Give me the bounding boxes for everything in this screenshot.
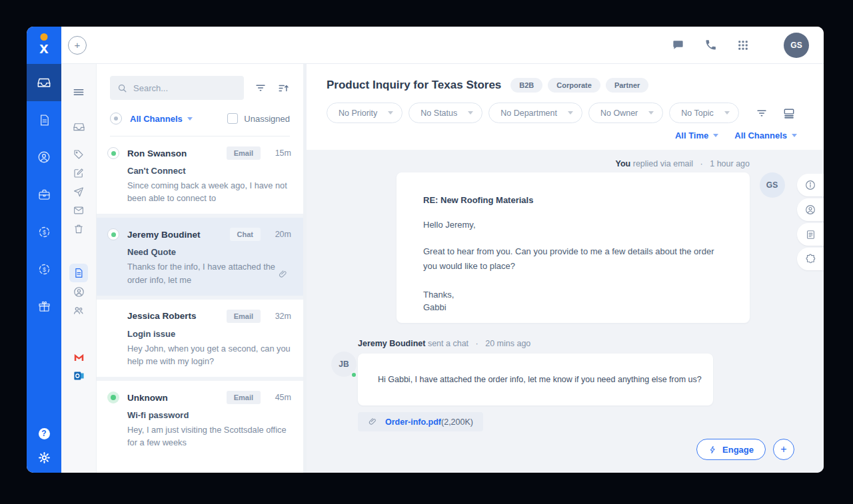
contact-tab[interactable] <box>797 198 824 221</box>
document-icon <box>73 267 85 279</box>
details-tab[interactable] <box>797 174 824 196</box>
thread-header: Product Inquiry for Texas Stores B2B Cor… <box>307 64 824 150</box>
channel-badge: Chat <box>230 228 261 241</box>
rail-item-compose[interactable] <box>69 164 88 182</box>
phone-icon[interactable] <box>704 39 717 51</box>
search-box[interactable] <box>110 76 244 100</box>
caret-down-icon <box>724 111 730 115</box>
gear-icon <box>38 451 51 464</box>
rail-item-inbox[interactable] <box>69 117 88 136</box>
notes-tab[interactable] <box>797 223 824 246</box>
list-channel-filter-dropdown[interactable]: All Channels <box>130 114 193 124</box>
time-filter-dropdown[interactable]: All Time <box>675 130 718 140</box>
caret-down-icon <box>648 111 654 115</box>
team-icon <box>72 304 85 317</box>
thread-channel-filter-dropdown[interactable]: All Channels <box>734 130 797 140</box>
inbox-tray-icon <box>37 75 51 90</box>
conversation-subject: Login issue <box>127 329 291 339</box>
conversation-row-jessica-roberts[interactable]: Jessica Roberts Email 32m Login issue He… <box>97 300 303 377</box>
unassigned-checkbox[interactable] <box>227 113 238 124</box>
topic-tag[interactable]: B2B <box>510 78 542 93</box>
hamburger-menu-icon <box>72 85 85 99</box>
nextiva-logo[interactable]: x <box>27 27 61 64</box>
contact-icon <box>37 150 51 164</box>
filter-funnel-icon[interactable] <box>756 107 768 119</box>
email-body: Great to hear from you. Can you provide … <box>423 244 723 274</box>
sort-ascending-icon[interactable] <box>277 82 290 95</box>
sidebar-item-rewards[interactable] <box>27 288 61 325</box>
layout-panel-icon[interactable] <box>782 107 796 120</box>
paperclip-icon <box>368 417 378 427</box>
owner-dropdown[interactable]: No Owner <box>588 103 663 123</box>
topic-dropdown[interactable]: No Topic <box>669 103 738 123</box>
dot-separator: · <box>700 159 703 168</box>
document-icon <box>37 113 51 127</box>
sidebar-item-sales[interactable]: $ <box>27 213 61 250</box>
rail-item-outlook[interactable] <box>69 366 88 385</box>
priority-dropdown[interactable]: No Priority <box>327 103 403 123</box>
conversation-time: 20m <box>269 230 291 239</box>
puzzle-icon <box>804 253 816 265</box>
rail-item-contacts[interactable] <box>69 282 88 301</box>
email-card: RE: New Roofing Materials Hello Jeremy, … <box>397 172 750 323</box>
lightning-icon <box>708 445 717 455</box>
message-thread: You replied via email · 1 hour ago RE: N… <box>307 150 824 473</box>
user-avatar[interactable]: GS <box>784 33 809 58</box>
search-input[interactable] <box>133 83 237 93</box>
collapse-menu-button[interactable] <box>69 83 88 101</box>
attachment-filename[interactable]: Order-info.pdf <box>385 417 441 427</box>
department-dropdown[interactable]: No Department <box>488 103 582 123</box>
tag-icon <box>73 148 85 160</box>
status-dropdown[interactable]: No Status <box>409 103 482 123</box>
caret-down-icon <box>792 134 797 137</box>
context-tool-rail <box>797 174 824 270</box>
engage-button[interactable]: Engage <box>696 439 766 460</box>
rail-item-teams[interactable] <box>69 301 88 320</box>
channel-status-indicator[interactable] <box>110 113 122 125</box>
message-meta: Jeremy Boudinet sent a chat · 20 mins ag… <box>358 338 713 350</box>
rail-item-email[interactable] <box>69 201 88 220</box>
new-conversation-button[interactable]: + <box>68 36 87 55</box>
conversation-time: 15m <box>269 148 291 158</box>
apps-tab[interactable] <box>797 248 824 270</box>
rail-item-gmail[interactable] <box>69 348 88 366</box>
settings-button[interactable] <box>27 449 61 466</box>
filter-funnel-icon[interactable] <box>255 82 267 94</box>
briefcase-icon <box>37 188 51 202</box>
currency-sync-icon: $ <box>37 225 51 239</box>
rail-item-trash[interactable] <box>69 220 88 238</box>
envelope-icon <box>73 204 85 216</box>
conversation-name: Unknown <box>127 393 227 403</box>
conversation-preview: Since coming back a week ago, I have not… <box>127 179 291 204</box>
chat-bubble-icon[interactable] <box>672 39 684 51</box>
gmail-icon <box>73 351 85 364</box>
desktop-background: x <box>0 0 853 504</box>
logo-x-icon: x <box>39 39 48 57</box>
add-action-button[interactable]: + <box>773 439 794 460</box>
conversation-row-ron-swanson[interactable]: Ron Swanson Email 15m Can't Connect Sinc… <box>97 136 303 214</box>
paperclip-icon <box>278 269 289 280</box>
sidebar-item-documents[interactable] <box>27 101 61 138</box>
attachment-size: (2,200K) <box>441 417 473 427</box>
rail-item-tags[interactable] <box>69 145 88 164</box>
sidebar-item-inbox[interactable] <box>27 64 61 101</box>
sidebar-item-billing[interactable]: $ <box>27 250 61 288</box>
rail-item-sent[interactable] <box>69 182 88 201</box>
sidebar-item-workspace[interactable] <box>27 176 61 213</box>
conversation-row-jeremy-boudinet[interactable]: Jeremy Boudinet Chat 20m Need Quote Than… <box>97 218 303 295</box>
topic-tag[interactable]: Corporate <box>548 78 600 93</box>
topbar: + GS <box>61 27 824 64</box>
email-subject: RE: New Roofing Materials <box>423 195 723 205</box>
topic-tag[interactable]: Partner <box>606 78 649 93</box>
rail-item-conversations[interactable] <box>69 264 88 282</box>
conversation-row-unknown[interactable]: Unknown Email 45m Wi-fi password Hey, I … <box>97 381 303 458</box>
search-icon <box>117 83 127 93</box>
attachment-chip[interactable]: Order-info.pdf(2,200K) <box>358 412 483 431</box>
help-button[interactable]: ? <box>27 425 61 442</box>
svg-text:$: $ <box>43 228 46 235</box>
sidebar-item-contacts[interactable] <box>27 138 61 176</box>
compose-icon <box>73 167 85 179</box>
email-signature: Gabbi <box>423 301 723 314</box>
email-signoff: Thanks, <box>423 288 723 301</box>
apps-grid-icon[interactable] <box>737 39 749 51</box>
